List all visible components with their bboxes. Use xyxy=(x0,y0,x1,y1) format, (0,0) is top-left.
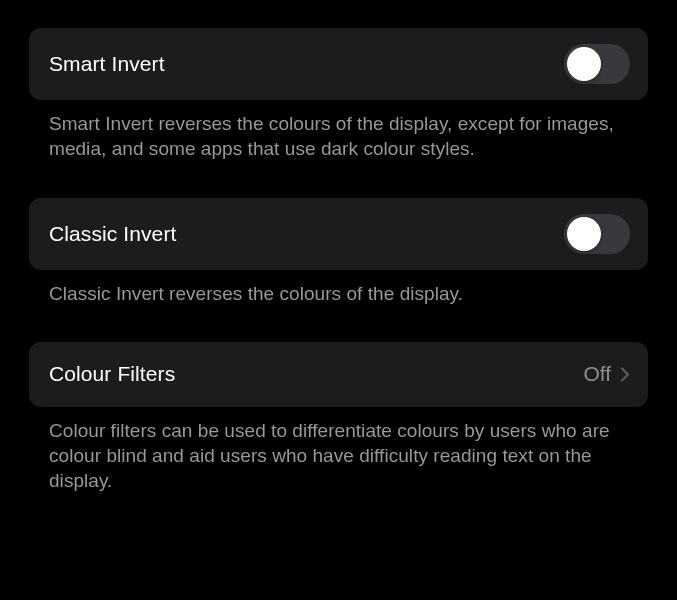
classic-invert-description: Classic Invert reverses the colours of t… xyxy=(29,270,648,306)
colour-filters-value-wrap: Off xyxy=(583,362,630,386)
toggle-knob xyxy=(567,47,601,81)
smart-invert-row[interactable]: Smart Invert xyxy=(29,28,648,100)
smart-invert-toggle[interactable] xyxy=(564,44,630,84)
chevron-right-icon xyxy=(621,367,630,382)
toggle-knob xyxy=(567,217,601,251)
colour-filters-row[interactable]: Colour Filters Off xyxy=(29,342,648,407)
colour-filters-description: Colour filters can be used to differenti… xyxy=(29,407,648,494)
colour-filters-value: Off xyxy=(583,362,611,386)
classic-invert-label: Classic Invert xyxy=(49,222,176,246)
smart-invert-label: Smart Invert xyxy=(49,52,165,76)
colour-filters-label: Colour Filters xyxy=(49,362,175,386)
smart-invert-description: Smart Invert reverses the colours of the… xyxy=(29,100,648,162)
classic-invert-toggle[interactable] xyxy=(564,214,630,254)
classic-invert-row[interactable]: Classic Invert xyxy=(29,198,648,270)
